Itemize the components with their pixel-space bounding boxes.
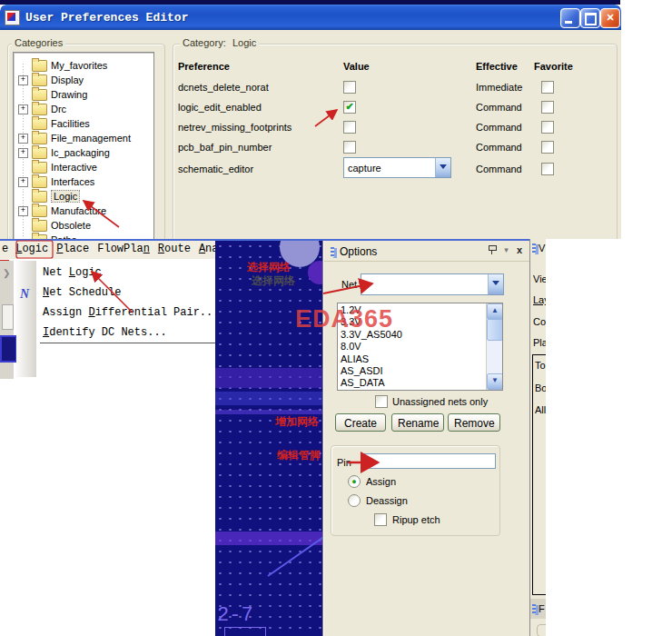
folder-icon [32,75,47,86]
menu-logic[interactable]: Logic [15,243,48,255]
pcb-stripe [215,368,322,388]
rename-button[interactable]: Rename [391,413,444,432]
favorite-checkbox[interactable] [541,81,554,94]
tree-item-label[interactable]: Interactive [51,162,97,173]
tree-item-label[interactable]: Interfaces [51,176,94,187]
options-panel-header[interactable]: Options ▾ x [324,243,529,262]
pin-input[interactable] [361,453,496,469]
menu-analyze[interactable]: Analy [199,243,215,255]
pin-dock-icon[interactable] [488,244,496,255]
tree-item-label[interactable]: My_favorites [51,60,107,71]
scroll-down-icon[interactable]: ▼ [487,373,503,390]
value-checkbox[interactable] [343,141,356,154]
tree-item-label[interactable]: Facilities [51,118,90,129]
menu-flowplan[interactable]: FlowPlan [97,243,150,255]
tree-item-obsolete[interactable]: Obsolete [14,218,153,233]
tree-item-interfaces[interactable]: +Interfaces [14,174,153,189]
via-circle [308,261,322,284]
tree-item-label-selected[interactable]: Logic [51,190,80,203]
expand-icon[interactable]: + [18,134,28,144]
schematic-editor-combobox[interactable]: capture [343,157,451,178]
favorite-checkbox[interactable] [541,101,554,114]
tree-item-paths[interactable]: Paths [14,233,153,239]
net-list-item[interactable]: 8.0V [341,341,486,353]
value-checkbox[interactable] [343,81,356,94]
tree-item-label[interactable]: Display [51,75,84,85]
deassign-radio[interactable] [348,494,361,507]
menu-item-net-schedule[interactable]: Net Schedule [16,283,215,303]
favorite-checkbox[interactable] [541,163,554,175]
find-panel-header[interactable]: F [530,599,546,619]
menu-place[interactable]: Place [56,243,89,255]
deassign-radio-row[interactable]: Deassign [348,494,408,507]
tree-item-label[interactable]: Ic_packaging [51,147,110,158]
expand-icon[interactable]: + [18,148,28,158]
favorite-checkbox[interactable] [541,121,554,134]
grip-icon [532,243,536,253]
menu-route[interactable]: Route [158,243,191,255]
maximize-button[interactable] [580,8,600,28]
visibility-row-layer[interactable]: Lay [533,294,546,305]
tree-item-label[interactable]: Manufacture [51,205,106,216]
folder-icon [32,118,47,130]
net-list-item[interactable]: ALIAS [341,353,486,365]
net-combobox[interactable] [361,273,504,295]
unassigned-nets-row[interactable]: Unassigned nets only [375,395,488,408]
tree-item-drawing[interactable]: Drawing [14,87,153,102]
chevron-down-icon[interactable] [435,158,450,177]
tree-item-logic[interactable]: Logic [14,189,153,204]
menu-item-net-logic[interactable]: Net Logic [16,263,215,283]
value-checkbox-checked[interactable]: ✔ [343,101,356,114]
folder-icon [32,205,47,217]
tree-item-label[interactable]: Drc [51,104,66,114]
ripup-etch-row[interactable]: Ripup etch [374,513,440,526]
pcb-canvas[interactable]: 选择网络 选择网络 增加网络 编辑管脚 2-7 [215,241,322,636]
ripup-etch-checkbox[interactable] [374,513,387,526]
menu-separator [40,343,215,343]
pref-name: pcb_baf_pin_number [178,142,272,153]
tree-item-label[interactable]: Obsolete [51,220,91,231]
grip-icon [331,247,334,257]
net-list-item[interactable]: AS_DATA [341,377,486,389]
chevron-down-icon[interactable]: ▾ [504,245,509,254]
tree-item-manufacture[interactable]: +Manufacture [14,204,153,218]
tree-item-display[interactable]: +Display [14,73,153,87]
favorite-checkbox[interactable] [541,141,554,154]
visibility-panel-header[interactable]: V [530,243,545,253]
menu-item-assign-differential-pair[interactable]: Assign Differential Pair... [16,303,215,323]
pref-name: dcnets_delete_norat [178,82,269,93]
tree-item-drc[interactable]: +Drc [14,102,153,116]
value-checkbox[interactable] [343,121,356,134]
assign-radio[interactable]: ● [348,475,361,488]
close-panel-icon[interactable]: x [517,244,522,255]
tree-item-ic-packaging[interactable]: +Ic_packaging [14,145,153,160]
expand-icon[interactable]: + [18,75,28,85]
assign-radio-row[interactable]: ● Assign [348,475,396,488]
visibility-row-all: All [535,404,546,415]
expand-icon[interactable]: + [18,104,28,114]
tree-item-interactive[interactable]: Interactive [14,160,153,174]
chevron-down-icon[interactable] [488,274,503,294]
effective-value: Immediate [476,82,522,93]
expand-icon[interactable]: + [18,177,28,187]
net-list-item[interactable]: AS_ASDI [341,365,486,377]
close-button[interactable]: ✕ [600,8,620,28]
tree-item-file-management[interactable]: +File_management [14,131,153,145]
tree-item-label[interactable]: File_management [51,133,131,144]
scrollbar-thumb[interactable] [487,319,503,341]
tree-item-my-favorites[interactable]: My_favorites [14,58,153,73]
remove-button[interactable]: Remove [448,413,500,432]
unassigned-checkbox[interactable] [375,395,388,408]
expand-icon[interactable]: + [18,206,28,216]
visibility-row-top: To [535,360,546,371]
create-button[interactable]: Create [335,413,386,432]
menu-item-identify-dc-nets[interactable]: Identify DC Nets... [16,323,215,343]
tree-item-label[interactable]: Drawing [51,89,87,100]
visibility-row-conductors: Co [533,316,546,327]
scrollbar[interactable]: ▲ ▼ [486,303,502,390]
scroll-up-icon[interactable]: ▲ [487,303,503,320]
titlebar[interactable]: User Preferences Editor [0,5,621,30]
tree-item-facilities[interactable]: Facilities [14,116,153,131]
categories-tree[interactable]: My_favorites +Display Drawing +Drc Facil… [13,52,154,239]
minimize-button[interactable] [560,8,580,28]
